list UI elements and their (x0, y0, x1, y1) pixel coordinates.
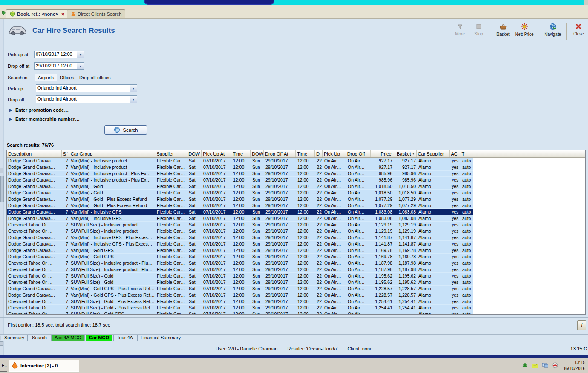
table-row[interactable]: Chevrolet Tahoe Or … 7 SUV(Full Size) - … (7, 228, 473, 234)
network-tray-icon[interactable] (542, 362, 548, 370)
table-row[interactable]: Chevrolet Tahoe Or … 7 SUV(Full Size) - … (7, 305, 473, 311)
table-row[interactable]: Dodge Grand Carava… 7 Van(Mini) - Gold G… (7, 247, 473, 254)
table-row[interactable]: Chevrolet Tahoe Or … 7 SUV(Full Size) - … (7, 266, 473, 273)
table-row[interactable]: Dodge Grand Carava… 7 Van(Mini) - Gold -… (7, 202, 473, 209)
tab-dropoff-offices[interactable]: Drop off offices (77, 74, 113, 81)
col-s[interactable]: S (62, 150, 69, 157)
navigate-button[interactable]: Navigate (545, 22, 561, 37)
dock-scrollbar[interactable] (0, 176, 4, 202)
table-row[interactable]: Dodge Grand Carava… 7 Van(Mini) - Gold G… (7, 292, 473, 298)
tab-acc-4a-mco[interactable]: Acc 4A MCO (51, 335, 85, 341)
tab-booking[interactable]: Book. ref.: <none> ✕ (6, 9, 69, 18)
chevron-down-icon[interactable]: ▼ (77, 51, 84, 58)
mail-tray-icon[interactable] (532, 362, 538, 370)
table-row[interactable]: Dodge Grand Carava… 7 Van(Mini) - Gold -… (7, 196, 473, 202)
col-pickup[interactable]: Pick Up (323, 150, 346, 157)
col-pickup-at[interactable]: Pick Up At (202, 150, 231, 157)
chevron-down-icon[interactable]: ▼ (130, 96, 137, 103)
cell-description: Dodge Grand Carava… (7, 164, 62, 170)
close-button[interactable]: Close (572, 22, 585, 36)
col-supplier[interactable]: Supplier (155, 150, 187, 157)
col-dow-1[interactable]: DOW (187, 150, 202, 157)
cell-supplier: Flexible Car… (156, 222, 187, 228)
cell-ac: yes (450, 241, 461, 247)
tab-car-mco[interactable]: Car MCO (86, 335, 112, 341)
col-d[interactable]: D (315, 150, 323, 157)
cell-s: 7 (62, 183, 69, 189)
table-row[interactable]: Chevrolet Tahoe Or … 7 SUV(Full Size) - … (7, 279, 473, 286)
table-row[interactable]: Dodge Grand Carava… 7 Van(Mini) - Inclus… (7, 171, 473, 177)
phone-tray-icon[interactable] (552, 362, 558, 370)
cell-pickup-at: 07/10/2017 (202, 241, 232, 247)
table-row[interactable]: Dodge Grand Carava… 7 Van(Mini) - Gold G… (7, 286, 473, 292)
tab-close-icon[interactable]: ✕ (61, 12, 65, 17)
tab-offices[interactable]: Offices (57, 74, 77, 81)
table-row[interactable]: Dodge Grand Carava… 7 Van(Mini) - Inclus… (7, 158, 473, 164)
table-row[interactable]: Dodge Grand Carava… 7 Van(Mini) - Inclus… (7, 234, 473, 241)
cell-price: 985.96 (371, 171, 394, 176)
col-price[interactable]: Price (371, 150, 393, 157)
close-label: Close (573, 32, 584, 36)
membership-number-expander[interactable]: ▶ Enter membership number… (9, 116, 80, 121)
stop-button[interactable]: Stop (472, 22, 486, 36)
table-row[interactable]: Dodge Grand Carava… 7 Van(Mini) - Gold F… (7, 190, 473, 196)
more-button[interactable]: More (453, 22, 467, 36)
col-time-1[interactable]: Time (231, 150, 251, 157)
table-row[interactable]: Chevrolet Tahoe Or … 7 SUV(Full Size) - … (7, 222, 473, 228)
col-dropoff-at[interactable]: Drop Off At (264, 150, 296, 157)
cell-t: auto (461, 183, 473, 189)
cell-description: Chevrolet Tahoe Or … (7, 222, 62, 228)
chevron-down-icon[interactable]: ▼ (77, 63, 84, 69)
chevron-down-icon[interactable]: ▼ (130, 85, 137, 92)
dock-expand-button[interactable] (0, 168, 3, 173)
table-row[interactable]: Dodge Grand Carava… 7 Van(Mini) - Gold G… (7, 254, 473, 260)
col-ac[interactable]: AC (450, 150, 460, 157)
table-row[interactable]: Chevrolet Tahoe Or … 7 SUV(Full Size) - … (7, 311, 473, 315)
table-row[interactable]: Dodge Grand Carava… 7 Van(Mini) - Inclus… (7, 209, 473, 215)
table-row[interactable]: Dodge Grand Carava… 7 Van(Mini) - Inclus… (7, 241, 473, 247)
cell-t: auto (461, 234, 473, 240)
cell-basket: 985.96 (394, 177, 417, 183)
col-car-group[interactable]: Car Group (69, 150, 156, 157)
pickup-location-combo[interactable]: Orlando Intl Airport ▼ (36, 84, 137, 92)
col-description[interactable]: Description (7, 150, 62, 157)
cell-pickup: On Air… (323, 292, 346, 298)
table-row[interactable]: Chevrolet Tahoe Or … 7 SUV(Full Size) - … (7, 298, 473, 305)
cell-car-supplier: Alamo (417, 209, 450, 215)
cell-supplier: Flexible Car… (156, 209, 187, 215)
tab-airports[interactable]: Airports (35, 74, 57, 81)
tab-direct-clients[interactable]: Direct Clients Search (67, 9, 125, 18)
col-time-2[interactable]: Time (296, 150, 315, 157)
cell-price: 1,077.29 (371, 202, 394, 208)
tab-search[interactable]: Search (29, 335, 50, 341)
pickup-at-label: Pick up at (8, 52, 28, 57)
nett-price-button[interactable]: Nett Price (515, 22, 534, 37)
col-t[interactable]: T (460, 150, 472, 157)
tab-tour-4a[interactable]: Tour 4A (113, 335, 136, 341)
tree-tray-icon[interactable] (522, 362, 528, 370)
table-row[interactable]: Dodge Grand Carava… 7 Van(Mini) - Inclus… (7, 164, 473, 171)
table-row[interactable]: Chevrolet Tahoe Or … 7 SUV(Full Size) - … (7, 260, 473, 266)
col-dropoff[interactable]: Drop Off (346, 150, 371, 157)
cell-price: 1,228.57 (371, 286, 394, 292)
dropoff-at-combo[interactable]: 29/10/2017 12:00 ▼ (34, 62, 84, 70)
table-row[interactable]: Dodge Grand Carava… 7 Van(Mini) - Gold F… (7, 183, 473, 190)
pickup-at-combo[interactable]: 07/10/2017 12:00 ▼ (34, 51, 84, 58)
table-row[interactable]: Dodge Grand Carava… 7 Van(Mini) - Inclus… (7, 177, 473, 183)
taskbar-partial-button[interactable]: F… (0, 360, 7, 372)
tab-financial-summary[interactable]: Financial Summary (137, 335, 184, 341)
dropoff-location-combo[interactable]: Orlando Intl Airport ▼ (36, 95, 137, 103)
table-row[interactable]: Dodge Grand Carava… 7 Van(Mini) - Inclus… (7, 215, 473, 222)
promotion-code-expander[interactable]: ▶ Enter promotion code… (9, 107, 69, 113)
search-button[interactable]: Search (104, 125, 147, 135)
info-button[interactable]: i (577, 320, 586, 330)
col-car-supplier[interactable]: Car Supplier (417, 150, 450, 157)
cell-basket: 985.96 (394, 171, 417, 176)
col-basket[interactable]: Basket▼ (393, 150, 417, 157)
taskbar-app-button[interactable]: Interactive [2] - 0… (9, 360, 79, 372)
table-row[interactable]: Chevrolet Tahoe Or … 7 SUV(Full Size) - … (7, 273, 473, 279)
col-dow-2[interactable]: DOW (251, 150, 264, 157)
tab-summary[interactable]: Summary (1, 335, 28, 341)
taskbar-clock[interactable]: 13:15 16/10/2016 (563, 359, 585, 371)
basket-button[interactable]: Basket (496, 22, 510, 37)
